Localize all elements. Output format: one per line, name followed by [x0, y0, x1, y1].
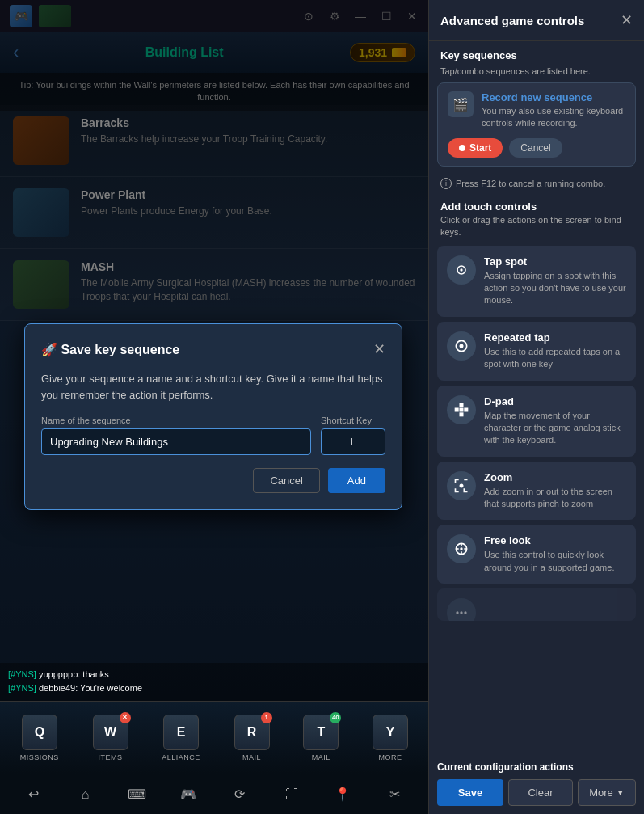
start-button[interactable]: Start: [448, 138, 503, 158]
key-t: T 40: [303, 715, 339, 750]
key-t-badge: 40: [330, 712, 341, 723]
tap-spot-text: Tap spot Assign tapping on a spot with t…: [484, 255, 626, 307]
agc-header: Advanced game controls ✕: [429, 0, 644, 41]
more-button[interactable]: More ▼: [578, 779, 636, 806]
svg-rect-6: [455, 407, 459, 411]
svg-rect-8: [460, 407, 464, 411]
record-icon: 🎬: [448, 91, 474, 117]
key-w: W ✕: [93, 715, 128, 750]
info-icon: i: [440, 178, 452, 189]
toolbar-item-missions[interactable]: Q MISSIONS: [20, 715, 59, 761]
svg-rect-5: [460, 412, 464, 416]
clear-button[interactable]: Clear: [508, 779, 573, 806]
mail-label: MAIL: [242, 753, 261, 761]
control-cards: Tap spot Assign tapping on a spot with t…: [429, 246, 644, 753]
extra-icon: [447, 598, 476, 621]
record-buttons: Start Cancel: [448, 138, 625, 158]
dialog-actions: Cancel Add: [41, 468, 385, 493]
chat-message-2: [#YNS] debbie49: You're welcome: [8, 681, 420, 696]
svg-point-18: [464, 612, 466, 614]
freelook-card[interactable]: Free look Use this control to quickly lo…: [437, 525, 636, 584]
alliance-label: ALLIANCE: [162, 753, 200, 761]
record-desc: You may also use existing keyboard contr…: [482, 105, 625, 130]
gamepad-icon[interactable]: 🎮: [177, 783, 200, 806]
dpad-text: D-pad Map the movement of your character…: [484, 395, 626, 447]
undo-icon[interactable]: ↩: [23, 783, 45, 806]
tap-spot-icon: [447, 255, 476, 285]
tap-spot-card[interactable]: Tap spot Assign tapping on a spot with t…: [437, 246, 636, 317]
agc-bottom-actions: Save Clear More ▼: [437, 779, 636, 806]
rotate-icon[interactable]: ⟳: [229, 783, 251, 806]
missions-label: MISSIONS: [20, 753, 59, 761]
dialog-cancel-button[interactable]: Cancel: [253, 468, 319, 493]
cancel-record-button[interactable]: Cancel: [509, 138, 562, 158]
dpad-desc: Map the movement of your character or th…: [484, 410, 626, 447]
expand-icon[interactable]: ⛶: [280, 783, 303, 806]
dialog-title: 🚀 Save key sequence: [41, 342, 179, 357]
key-sequences-sub: Tap/combo sequences are listed here.: [429, 66, 644, 82]
svg-point-17: [460, 612, 462, 614]
location-icon[interactable]: 📍: [331, 783, 354, 806]
agc-close-button[interactable]: ✕: [621, 11, 633, 29]
svg-point-16: [456, 612, 458, 614]
shortcut-field-group: Shortcut Key: [321, 415, 385, 455]
game-area: 🎮 ⊙ ⚙ — ☐ ✕ ‹ Building List 1,931 Tip: Y…: [0, 0, 428, 814]
key-q: Q: [22, 715, 57, 750]
dpad-icon: [447, 395, 476, 424]
items-label: ITEMS: [99, 753, 123, 761]
dpad-card[interactable]: D-pad Map the movement of your character…: [437, 386, 636, 457]
shortcut-key-input[interactable]: [321, 428, 385, 455]
dpad-name: D-pad: [484, 395, 626, 407]
toolbar-item-mail[interactable]: R 1 MAIL: [234, 715, 270, 761]
sequence-name-input[interactable]: [41, 428, 311, 455]
zoom-icon: [447, 471, 476, 500]
more-toolbar-label: MORE: [379, 753, 402, 761]
name-field-group: Name of the sequence: [41, 415, 311, 455]
key-r: R 1: [234, 715, 270, 750]
toolbar-item-t[interactable]: T 40 MAIL: [303, 715, 339, 761]
f12-hint-text: Press F12 to cancel a running combo.: [456, 179, 605, 188]
save-key-sequence-dialog: 🚀 Save key sequence ✕ Give your sequence…: [24, 323, 402, 510]
add-touch-sub: Click or drag the actions on the screen …: [429, 214, 644, 246]
add-touch-title: Add touch controls: [429, 194, 644, 214]
chat-tag-1: [#YNS]: [8, 669, 36, 679]
repeated-tap-name: Repeated tap: [484, 331, 626, 344]
keyboard-icon[interactable]: ⌨: [125, 783, 148, 806]
agc-panel: Advanced game controls ✕ Key sequences T…: [428, 0, 644, 814]
home-icon[interactable]: ⌂: [74, 783, 97, 806]
svg-rect-7: [464, 407, 468, 411]
freelook-icon: [447, 534, 476, 563]
chat-user-2: debbie49: You're welcome: [39, 683, 142, 693]
zoom-name: Zoom: [484, 471, 626, 483]
dialog-title-bar: 🚀 Save key sequence ✕: [41, 340, 385, 358]
record-card-row: 🎬 Record new sequence You may also use e…: [448, 91, 625, 130]
status-bar: ↩ ⌂ ⌨ 🎮 ⟳ ⛶ 📍 ✂: [0, 774, 428, 814]
toolbar-item-alliance[interactable]: E ALLIANCE: [162, 715, 200, 761]
zoom-card[interactable]: Zoom Add zoom in or out to the screen th…: [437, 462, 636, 521]
extra-card[interactable]: [437, 588, 636, 621]
chevron-down-icon: ▼: [617, 788, 625, 797]
toolbar-item-items[interactable]: W ✕ ITEMS: [93, 715, 128, 761]
repeated-tap-card[interactable]: Repeated tap Use this to add repeated ta…: [437, 322, 636, 381]
agc-bottom: Current configuration actions Save Clear…: [429, 753, 644, 814]
repeated-tap-text: Repeated tap Use this to add repeated ta…: [484, 331, 626, 371]
zoom-text: Zoom Add zoom in or out to the screen th…: [484, 471, 626, 511]
chat-tag-2: [#YNS]: [8, 683, 36, 693]
chat-bar: [#YNS] yupppppp: thanks [#YNS] debbie49:…: [0, 663, 428, 701]
bottom-toolbar: Q MISSIONS W ✕ ITEMS E ALLIANCE R 1 MAIL: [0, 701, 428, 774]
chat-user-1: yupppppp: thanks: [39, 669, 109, 679]
toolbar-item-more[interactable]: Y MORE: [373, 715, 408, 761]
dialog-close-button[interactable]: ✕: [373, 340, 385, 358]
svg-point-9: [460, 483, 464, 487]
shortcut-label: Shortcut Key: [321, 415, 385, 425]
freelook-text: Free look Use this control to quickly lo…: [484, 534, 626, 574]
dialog-fields: Name of the sequence Shortcut Key: [41, 415, 385, 455]
dialog-add-button[interactable]: Add: [328, 468, 385, 493]
svg-point-11: [460, 548, 462, 550]
scissors-icon[interactable]: ✂: [383, 783, 406, 806]
freelook-name: Free look: [484, 534, 626, 546]
tap-spot-desc: Assign tapping on a spot with this actio…: [484, 270, 626, 307]
tap-spot-name: Tap spot: [484, 255, 626, 268]
save-button[interactable]: Save: [437, 779, 503, 806]
chat-message-1: [#YNS] yupppppp: thanks: [8, 668, 420, 682]
